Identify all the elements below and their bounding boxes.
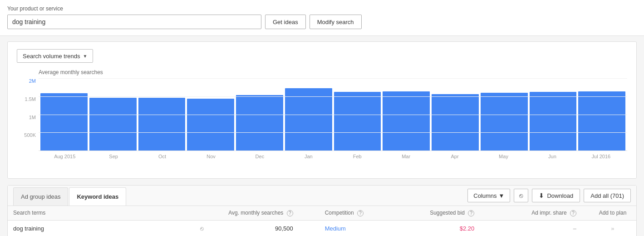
download-label: Download xyxy=(547,192,573,199)
bar[interactable] xyxy=(40,93,88,151)
suggested-bid-help-icon[interactable]: ? xyxy=(468,210,474,216)
tab-ad-group-ideas[interactable]: Ad group ideas xyxy=(13,187,68,206)
chart-area: Average monthly searches 2M 1.5M 1M 500K xyxy=(17,69,627,173)
y-label-15m: 1.5M xyxy=(18,96,36,102)
product-service-label: Your product or service xyxy=(7,5,637,12)
download-icon: ⬇ xyxy=(539,192,544,199)
bar[interactable] xyxy=(530,92,577,151)
x-label: Aug 2015 xyxy=(40,154,89,159)
col-header-competition: Competition ? xyxy=(320,210,400,216)
cell-suggested-bid: $2.20 xyxy=(399,225,501,232)
y-label-500k: 500K xyxy=(18,132,36,138)
columns-button[interactable]: Columns ▼ xyxy=(467,189,510,202)
chart-grid: 2M 1.5M 1M 500K xyxy=(39,78,627,151)
x-label: Jul 2016 xyxy=(577,154,625,159)
table-header: Search terms Avg. monthly searches ? Com… xyxy=(8,206,636,221)
tab-keyword-ideas[interactable]: Keyword ideas xyxy=(69,187,126,206)
y-axis-labels: 2M 1.5M 1M 500K xyxy=(18,78,36,151)
toolbar-right: Columns ▼ ⎋ ⬇ Download Add all (701) xyxy=(467,186,631,205)
bar[interactable] xyxy=(481,93,528,151)
x-label: Nov xyxy=(187,154,235,159)
bar[interactable] xyxy=(285,88,332,151)
x-label: Apr xyxy=(430,154,479,159)
col-header-avg-monthly: Avg. monthly searches ? xyxy=(218,210,320,216)
bar[interactable] xyxy=(89,98,137,151)
grid-line-75 xyxy=(39,96,627,97)
chart-toggle-button[interactable]: Search volume trends ▼ xyxy=(17,49,93,63)
x-label: Jun xyxy=(528,154,576,159)
avg-monthly-help-icon[interactable]: ? xyxy=(287,210,293,216)
col-header-search-terms: Search terms xyxy=(13,210,200,216)
main-content: Search volume trends ▼ Average monthly s… xyxy=(0,36,644,236)
bar[interactable] xyxy=(578,91,625,151)
download-button[interactable]: ⬇ Download xyxy=(532,189,580,202)
x-label: Mar xyxy=(382,154,430,159)
columns-chevron-icon: ▼ xyxy=(499,192,505,199)
chart-icon-button[interactable]: ⎋ xyxy=(514,189,528,202)
get-ideas-button[interactable]: Get ideas xyxy=(265,15,306,29)
table-row: dog training ⎋ 90,500 Medium $2.20 – » xyxy=(8,221,636,236)
cell-add-to-plan[interactable]: » xyxy=(595,225,631,232)
bar[interactable] xyxy=(334,92,381,151)
chevron-down-icon: ▼ xyxy=(83,54,87,59)
chart-panel: Search volume trends ▼ Average monthly s… xyxy=(7,41,637,179)
trend-chart-icon: ⎋ xyxy=(519,192,523,199)
ad-impr-help-icon[interactable]: ? xyxy=(570,210,576,216)
cell-keyword: dog training xyxy=(13,225,200,232)
bottom-section: Ad group ideas Keyword ideas Columns ▼ ⎋… xyxy=(7,185,637,236)
x-axis-labels: Aug 2015SepOctNovDecJanFebMarAprMayJunJu… xyxy=(39,154,627,159)
x-label: May xyxy=(479,154,528,159)
add-all-button[interactable]: Add all (701) xyxy=(584,189,631,202)
cell-avg-monthly: 90,500 xyxy=(218,225,320,232)
bar[interactable] xyxy=(187,99,234,151)
top-bar: Your product or service Get ideas Modify… xyxy=(0,0,644,36)
tabs-left: Ad group ideas Keyword ideas xyxy=(13,186,467,206)
x-label: Oct xyxy=(138,154,187,159)
chart-toggle-label: Search volume trends xyxy=(23,53,80,60)
bar[interactable] xyxy=(383,91,430,151)
grid-line-25 xyxy=(39,132,627,133)
grid-line-50 xyxy=(39,115,627,115)
x-label: Dec xyxy=(236,154,284,159)
search-row: Get ideas Modify search xyxy=(7,15,637,29)
columns-label: Columns xyxy=(473,192,497,199)
col-header-suggested-bid: Suggested bid ? xyxy=(399,210,501,216)
cell-competition: Medium xyxy=(320,225,400,232)
col-header-add-to-plan: Add to plan xyxy=(595,210,631,216)
modify-search-button[interactable]: Modify search xyxy=(310,15,362,29)
grid-line-top xyxy=(39,78,627,79)
chart-y-axis-title: Average monthly searches xyxy=(39,69,627,75)
x-label: Jan xyxy=(284,154,333,159)
x-label: Sep xyxy=(89,154,138,159)
tabs-toolbar: Ad group ideas Keyword ideas Columns ▼ ⎋… xyxy=(8,186,636,206)
product-search-input[interactable] xyxy=(7,15,261,29)
cell-trend-icon[interactable]: ⎋ xyxy=(200,225,218,232)
bar[interactable] xyxy=(138,98,186,151)
bar[interactable] xyxy=(432,94,479,151)
cell-ad-impr-share: – xyxy=(501,225,595,232)
competition-help-icon[interactable]: ? xyxy=(357,210,364,216)
bar[interactable] xyxy=(236,95,283,151)
y-label-2m: 2M xyxy=(18,78,36,84)
add-to-plan-icon: » xyxy=(611,225,614,232)
y-label-1m: 1M xyxy=(18,115,36,120)
x-label: Feb xyxy=(333,154,382,159)
col-header-ad-impr-share: Ad impr. share ? xyxy=(501,210,595,216)
